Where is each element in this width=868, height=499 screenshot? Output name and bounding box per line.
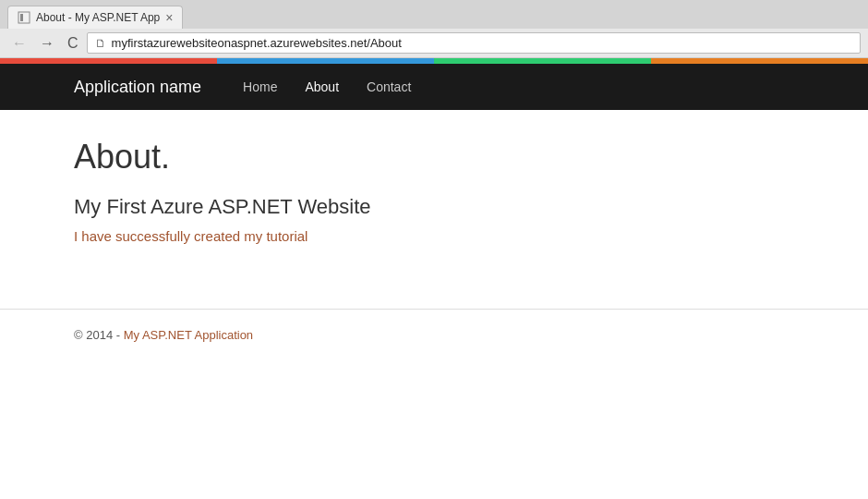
nav-link-about[interactable]: About	[291, 64, 353, 110]
svg-rect-0	[18, 12, 30, 23]
back-button[interactable]: ←	[7, 33, 31, 54]
site-nav: Application name Home About Contact	[0, 64, 868, 110]
page-content: About. My First Azure ASP.NET Website I …	[0, 110, 868, 290]
footer-text: © 2014 -	[74, 328, 124, 342]
footer-link[interactable]: My ASP.NET Application	[124, 328, 253, 342]
address-field[interactable]: 🗋 myfirstazurewebsiteonaspnet.azurewebsi…	[87, 32, 861, 54]
tab-close-button[interactable]: ×	[165, 11, 173, 24]
nav-link-home[interactable]: Home	[229, 64, 291, 110]
browser-chrome: About - My ASP.NET App × ← → C 🗋 myfirst…	[0, 0, 868, 58]
tab-title: About - My ASP.NET App	[36, 11, 160, 24]
address-bar-row: ← → C 🗋 myfirstazurewebsiteonaspnet.azur…	[0, 29, 868, 57]
refresh-button[interactable]: C	[63, 33, 83, 54]
page-heading: About.	[74, 138, 794, 176]
browser-tab[interactable]: About - My ASP.NET App ×	[7, 6, 183, 29]
address-text: myfirstazurewebsiteonaspnet.azurewebsite…	[112, 36, 402, 50]
tab-bar: About - My ASP.NET App ×	[0, 0, 868, 29]
app-name[interactable]: Application name	[74, 78, 201, 97]
content-title: My First Azure ASP.NET Website	[74, 195, 794, 219]
page-icon: 🗋	[95, 37, 106, 50]
nav-links: Home About Contact	[229, 64, 425, 110]
tab-favicon	[18, 11, 30, 24]
divider	[0, 309, 868, 310]
footer: © 2014 - My ASP.NET Application	[0, 328, 868, 342]
forward-button[interactable]: →	[35, 33, 59, 54]
svg-rect-1	[20, 14, 23, 21]
nav-link-contact[interactable]: Contact	[353, 64, 425, 110]
success-message: I have successfully created my tutorial	[74, 228, 794, 244]
